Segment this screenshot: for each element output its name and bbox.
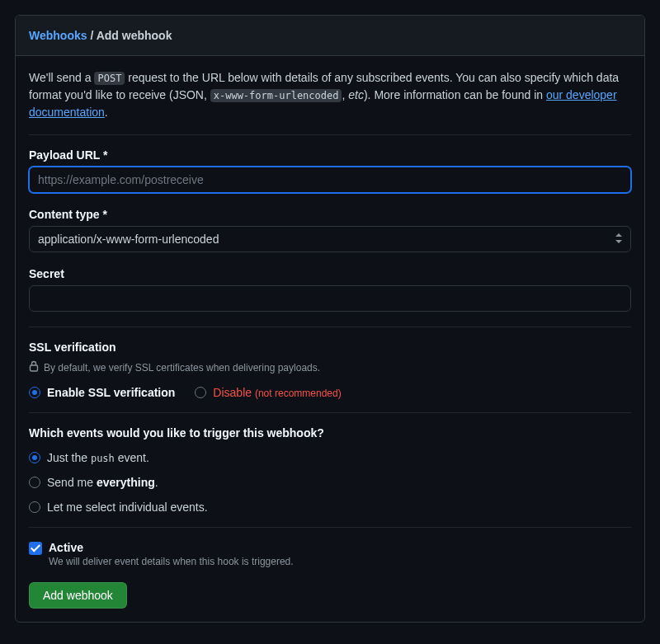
divider bbox=[29, 327, 631, 327]
post-code: POST bbox=[94, 72, 125, 85]
active-desc: We will deliver event details when this … bbox=[49, 556, 294, 567]
ssl-heading: SSL verification bbox=[29, 341, 631, 354]
breadcrumb-webhooks-link[interactable]: Webhooks bbox=[29, 29, 87, 42]
content-type-select[interactable]: application/x-www-form-urlencoded bbox=[29, 226, 631, 252]
ssl-disable-radio-input[interactable] bbox=[195, 387, 206, 398]
events-push-radio-input[interactable] bbox=[29, 452, 40, 463]
urlencoded-code: x-www-form-urlencoded bbox=[210, 89, 342, 102]
svg-rect-0 bbox=[31, 365, 38, 371]
add-webhook-panel: Webhooks / Add webhook We'll send a POST… bbox=[15, 15, 645, 623]
lock-icon bbox=[29, 360, 39, 374]
intro-text: We'll send a POST request to the URL bel… bbox=[29, 69, 631, 121]
events-heading: Which events would you like to trigger t… bbox=[29, 426, 631, 440]
events-everything-radio-input[interactable] bbox=[29, 477, 40, 488]
secret-label: Secret bbox=[29, 267, 631, 280]
divider bbox=[29, 527, 631, 528]
secret-input[interactable] bbox=[29, 285, 631, 312]
active-label: Active bbox=[49, 541, 294, 554]
active-checkbox[interactable] bbox=[29, 542, 42, 555]
ssl-enable-radio-input[interactable] bbox=[29, 387, 40, 398]
divider bbox=[29, 412, 631, 413]
divider bbox=[29, 134, 631, 135]
events-everything-radio[interactable]: Send me everything. bbox=[29, 476, 631, 489]
events-individual-radio[interactable]: Let me select individual events. bbox=[29, 501, 631, 514]
ssl-note: By default, we verify SSL certificates w… bbox=[29, 360, 631, 374]
ssl-disable-radio[interactable]: Disable (not recommended) bbox=[195, 386, 341, 399]
payload-url-input[interactable] bbox=[29, 167, 631, 193]
events-push-radio[interactable]: Just the push event. bbox=[29, 451, 631, 464]
content-type-label: Content type * bbox=[29, 208, 631, 221]
events-individual-radio-input[interactable] bbox=[29, 501, 40, 513]
ssl-enable-radio[interactable]: Enable SSL verification bbox=[29, 386, 175, 399]
panel-header: Webhooks / Add webhook bbox=[16, 16, 644, 56]
panel-body: We'll send a POST request to the URL bel… bbox=[16, 56, 644, 622]
breadcrumb-current: Add webhook bbox=[97, 29, 172, 42]
add-webhook-button[interactable]: Add webhook bbox=[29, 582, 127, 609]
breadcrumb-separator: / bbox=[90, 29, 96, 42]
payload-url-label: Payload URL * bbox=[29, 148, 631, 162]
